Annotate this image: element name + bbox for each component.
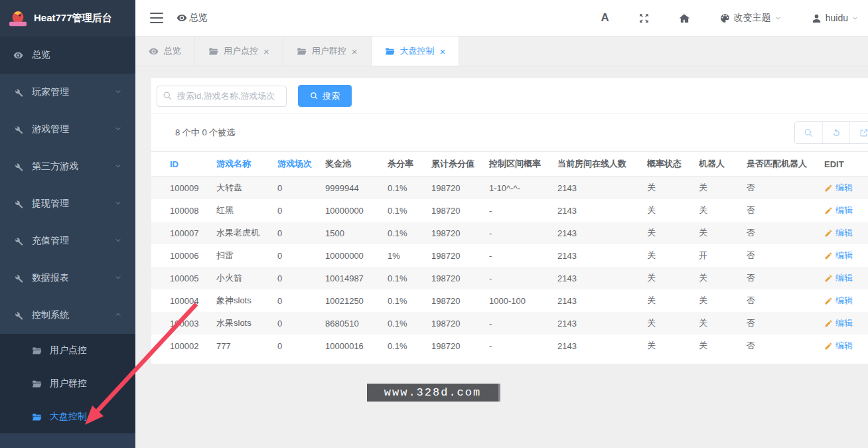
sidebar-item-recharge-management[interactable]: 充值管理 [0,222,135,260]
hamburger-menu-icon[interactable] [150,13,163,23]
sidebar-item-player-management[interactable]: 玩家管理 [0,74,135,111]
fullscreen-button[interactable] [638,13,650,24]
edit-link[interactable]: 编辑 [835,250,853,261]
column-header-probability-status[interactable]: 概率状态 [642,152,693,177]
cell-robot: 关 [693,335,741,357]
cell-robot: 开 [693,244,741,267]
sidebar-item-withdraw-management[interactable]: 提现管理 [0,185,135,222]
cell-game-name: 小火箭 [211,267,272,289]
cell-cumulative-kill: 198720 [426,244,484,267]
logo-icon [8,10,28,27]
column-header-control-range[interactable]: 控制区间概率 [484,152,552,177]
edit-link[interactable]: 编辑 [835,182,853,194]
column-header-game-session[interactable]: 游戏场次 [272,152,320,177]
tab-label: 总览 [164,45,181,57]
sidebar-item-label: 充值管理 [32,235,69,247]
zoom-search-button[interactable] [795,122,822,143]
tab-dashboard-control[interactable]: 大盘控制 × [372,37,460,66]
cell-game-session: 0 [272,267,320,289]
cell-match-robot: 否 [741,222,819,244]
column-header-cumulative-kill[interactable]: 累计杀分值 [426,152,484,177]
column-header-robot[interactable]: 机器人 [693,152,741,177]
column-header-edit[interactable]: EDIT [819,152,868,177]
table-row[interactable]: 100005 小火箭 0 10014987 0.1% 198720 - 2143… [151,267,868,289]
sidebar-subitem-user-group-control[interactable]: 用户群控 [0,367,135,400]
pencil-icon [824,342,833,350]
table-row[interactable]: 100009 大转盘 0 9999944 0.1% 198720 1-10^-^… [151,177,868,200]
export-button[interactable] [849,122,868,143]
wrench-icon [13,162,23,172]
logo-row: Heat777管理后台 [0,0,135,37]
table-row[interactable]: 100004 象神slots 0 10021250 0.1% 198720 10… [151,289,868,312]
cell-probability-status: 关 [642,312,693,335]
table-row[interactable]: 100008 红黑 0 10000000 0.1% 198720 - 2143 … [151,199,868,222]
eye-icon [177,13,187,23]
cell-probability-status: 关 [642,267,693,289]
edit-link[interactable]: 编辑 [835,227,853,239]
cell-kill-rate: 0.1% [382,335,426,357]
tab-user-group-control[interactable]: 用户群控 × [283,37,372,66]
table-row[interactable]: 100006 扫雷 0 10000000 1% 198720 - 2143 关 … [151,244,868,267]
cell-id: 100009 [151,177,211,200]
sidebar-subitem-dashboard-control[interactable]: 大盘控制 [0,400,135,433]
cell-id: 100004 [151,289,211,312]
chevron-down-icon [851,15,859,22]
search-button[interactable]: 搜索 [298,85,352,107]
column-header-match-robot[interactable]: 是否匹配机器人 [741,152,819,177]
column-header-online-count[interactable]: 当前房间在线人数 [552,152,642,177]
sidebar-item-overview[interactable]: 总览 [0,37,135,74]
breadcrumb[interactable]: 总览 [177,12,208,24]
column-header-id[interactable]: ID [151,152,211,177]
sidebar: Heat777管理后台 总览 玩家管理 游戏管理 第三方游戏 提现管理 [0,0,135,448]
chevron-down-icon [114,87,122,98]
sidebar-item-thirdparty-games[interactable]: 第三方游戏 [0,148,135,185]
search-row: 搜索 [151,78,868,114]
font-size-button[interactable]: A [601,11,609,25]
cell-prize-pool: 8680510 [320,312,382,335]
table-row[interactable]: 100002 777 0 10000016 0.1% 198720 - 2143… [151,335,868,357]
cell-id: 100007 [151,222,211,244]
sidebar-item-data-reports[interactable]: 数据报表 [0,260,135,297]
edit-action: 编辑 [824,204,863,216]
close-icon[interactable]: × [263,46,269,56]
cell-id: 100008 [151,199,211,222]
home-button[interactable] [679,13,690,24]
eye-icon [149,46,159,56]
sidebar-item-label: 控制系统 [32,309,69,321]
column-header-prize-pool[interactable]: 奖金池 [320,152,382,177]
cell-cumulative-kill: 198720 [426,199,484,222]
tab-overview[interactable]: 总览 [135,37,195,66]
table-row[interactable]: 100003 水果slots 0 8680510 0.1% 198720 - 2… [151,312,868,335]
edit-link[interactable]: 编辑 [835,340,853,352]
table-row[interactable]: 100007 水果老虎机 0 1500 0.1% 198720 - 2143 关… [151,222,868,244]
tab-user-point-control[interactable]: 用户点控 × [195,37,283,66]
sidebar-item-label: 提现管理 [32,198,69,210]
sidebar-subitem-user-point-control[interactable]: 用户点控 [0,334,135,367]
cell-match-robot: 否 [741,267,819,289]
column-header-kill-rate[interactable]: 杀分率 [382,152,426,177]
selection-summary: 8 个中 0 个被选 [175,127,235,139]
search-input[interactable] [157,86,287,107]
edit-link[interactable]: 编辑 [835,272,853,284]
sidebar-item-control-system[interactable]: 控制系统 [0,297,135,334]
pencil-icon [824,206,833,215]
wrench-icon [13,199,23,209]
edit-link[interactable]: 编辑 [835,204,853,216]
tab-bar: 总览 用户点控 × 用户群控 × 大盘控制 × [135,37,868,66]
tab-label: 用户群控 [312,45,346,57]
edit-link[interactable]: 编辑 [835,317,853,329]
user-dropdown[interactable]: huidu [811,13,859,24]
cell-control-range: 1000-100 [484,289,552,312]
close-icon[interactable]: × [352,46,358,56]
refresh-button[interactable] [822,122,849,143]
cell-game-name: 水果老虎机 [211,222,272,244]
close-icon[interactable]: × [440,46,446,56]
cell-kill-rate: 0.1% [382,312,426,335]
edit-link[interactable]: 编辑 [835,295,853,307]
chevron-down-icon [114,236,122,246]
sidebar-item-game-management[interactable]: 游戏管理 [0,111,135,148]
column-header-game-name[interactable]: 游戏名称 [211,152,272,177]
app-window: Heat777管理后台 总览 玩家管理 游戏管理 第三方游戏 提现管理 [0,0,868,448]
theme-dropdown[interactable]: 改变主题 [719,12,782,24]
main-area: 总览 A 改变主题 huidu [135,0,868,448]
